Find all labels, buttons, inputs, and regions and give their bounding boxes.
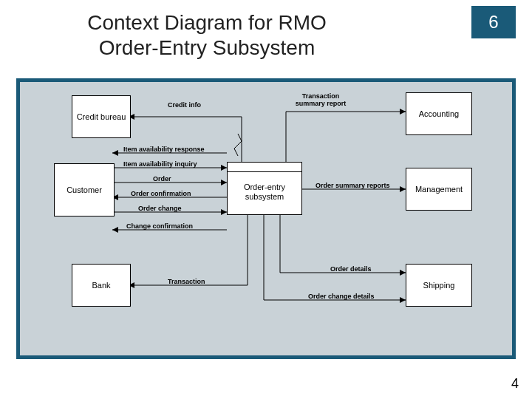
process-header-bar <box>228 163 301 172</box>
entity-bank: Bank <box>72 264 131 307</box>
flow-label-change-confirmation: Change confirmation <box>126 222 193 230</box>
svg-marker-13 <box>112 227 118 233</box>
title-line-2: Order-Entry Subsystem <box>99 36 316 59</box>
flow-label-order-details: Order details <box>330 265 372 273</box>
entity-credit-bureau: Credit bureau <box>72 95 131 138</box>
svg-marker-17 <box>400 270 406 276</box>
entity-shipping: Shipping <box>406 264 472 307</box>
flow-label-transaction: Transaction <box>168 278 205 285</box>
flow-label-item-availability-response: Item availability response <box>123 146 205 153</box>
flow-label-credit-info: Credit info <box>168 101 201 109</box>
svg-marker-11 <box>221 209 227 215</box>
title-line-1: Context Diagram for RMO <box>87 11 327 34</box>
flow-label-order-summary-reports: Order summary reports <box>316 182 390 189</box>
svg-marker-3 <box>112 150 118 156</box>
svg-marker-7 <box>221 180 227 185</box>
entity-customer: Customer <box>54 163 115 216</box>
svg-marker-18 <box>400 297 406 303</box>
process-label: Order-entry subsystem <box>228 172 301 202</box>
flow-label-item-availability-inquiry: Item availability inquiry <box>123 160 197 168</box>
page-number: 4 <box>511 376 519 392</box>
svg-marker-1 <box>400 109 406 115</box>
entity-shipping-label: Shipping <box>423 281 455 290</box>
flow-label-order-change: Order change <box>138 205 182 212</box>
flow-label-order: Order <box>153 175 171 183</box>
flow-label-order-confirmation: Order confirmation <box>131 190 191 197</box>
svg-marker-16 <box>400 186 406 192</box>
entity-management: Management <box>406 168 472 211</box>
diagram-panel: Order-entry subsystem Credit bureau Cust… <box>16 78 516 359</box>
flow-label-transaction-summary-report: Transaction summary report <box>287 92 354 107</box>
slide-title: Context Diagram for RMO Order-Entry Subs… <box>0 10 414 61</box>
svg-marker-5 <box>221 165 227 171</box>
process-order-entry-subsystem: Order-entry subsystem <box>227 162 302 215</box>
chapter-number: 6 <box>488 12 498 33</box>
entity-bank-label: Bank <box>92 281 110 290</box>
entity-credit-bureau-label: Credit bureau <box>77 112 126 122</box>
entity-accounting-label: Accounting <box>419 109 459 119</box>
entity-accounting: Accounting <box>406 92 472 135</box>
entity-management-label: Management <box>415 185 463 194</box>
flow-label-order-change-details: Order change details <box>308 293 375 300</box>
entity-customer-label: Customer <box>66 185 102 195</box>
chapter-badge: 6 <box>471 6 516 38</box>
